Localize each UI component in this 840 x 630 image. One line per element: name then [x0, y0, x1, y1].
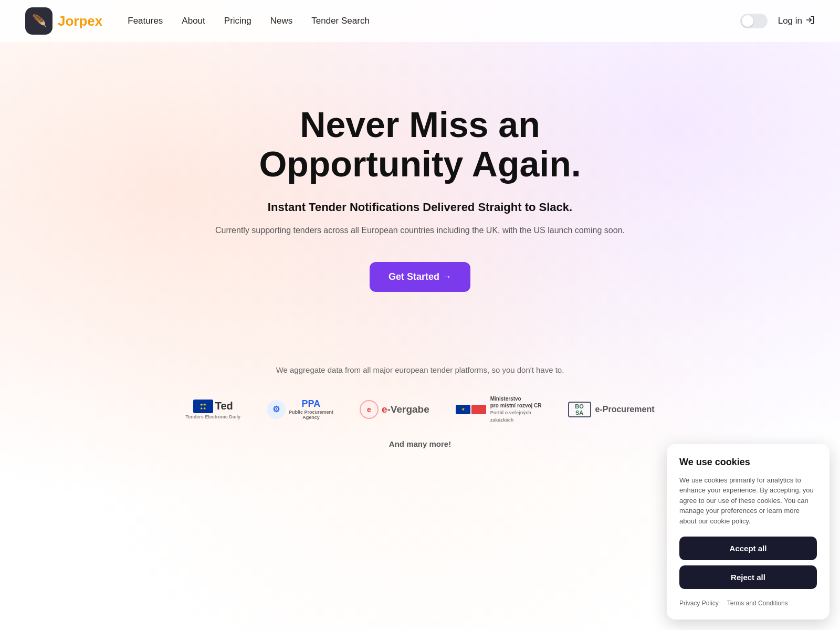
ministr-logo: ★ Ministerstvopro místní rozvoj CRPortál… [456, 395, 542, 423]
eprocurement-logo: BOSA e-Procurement [568, 402, 655, 417]
nav-about[interactable]: About [182, 16, 205, 26]
ppa-name: PPA [289, 398, 333, 410]
login-button[interactable]: Log in [778, 15, 815, 27]
accept-all-button[interactable]: Accept all [679, 537, 817, 560]
evergabe-logo: e e-Vergabe [360, 400, 429, 419]
logo-link[interactable]: 🪶 Jorpex [25, 7, 102, 35]
reject-all-button[interactable]: Reject all [679, 565, 817, 589]
nav-features[interactable]: Features [128, 16, 163, 26]
ppa-sub: Public ProcurementAgency [289, 410, 333, 420]
theme-toggle[interactable] [740, 14, 768, 28]
ted-text: Ted [215, 400, 233, 412]
cookie-footer: Privacy Policy Terms and Conditions [679, 600, 817, 607]
nav-links: Features About Pricing News Tender Searc… [128, 16, 740, 26]
terms-conditions-link[interactable]: Terms and Conditions [727, 600, 788, 607]
ted-subtitle: Tenders Electronic Daily [186, 414, 240, 419]
login-icon [805, 15, 815, 27]
nav-tender-search[interactable]: Tender Search [311, 16, 370, 26]
hero-description: Currently supporting tenders across all … [10, 224, 830, 237]
ppa-logo: ⚙ PPA Public ProcurementAgency [267, 398, 333, 420]
nav-right: Log in [740, 14, 815, 28]
login-label: Log in [778, 16, 802, 26]
logos-row: ★★★★ Ted Tenders Electronic Daily ⚙ PPA … [10, 395, 830, 423]
toggle-knob [742, 15, 753, 27]
nav-pricing[interactable]: Pricing [224, 16, 251, 26]
logo-icon: 🪶 [25, 7, 52, 35]
cookie-title: We use cookies [679, 457, 817, 468]
navbar: 🪶 Jorpex Features About Pricing News Ten… [0, 0, 840, 42]
brand-name: Jorpex [58, 13, 102, 29]
ministr-text: Ministerstvopro místní rozvoj CRPortál o… [490, 395, 542, 423]
nav-news[interactable]: News [270, 16, 293, 26]
hero-title: Never Miss an Opportunity Again. [210, 105, 630, 184]
hero-section: Never Miss an Opportunity Again. Instant… [0, 42, 840, 334]
hero-subtitle: Instant Tender Notifications Delivered S… [10, 201, 830, 214]
get-started-button[interactable]: Get Started → [370, 262, 470, 292]
privacy-policy-link[interactable]: Privacy Policy [679, 600, 719, 607]
logos-tagline: We aggregate data from all major europea… [10, 365, 830, 374]
eprocurement-text: e-Procurement [595, 405, 655, 414]
ted-logo: ★★★★ Ted Tenders Electronic Daily [186, 400, 240, 419]
evergabe-text: e-Vergabe [382, 404, 429, 415]
cookie-banner: We use cookies We use cookies primarily … [667, 444, 830, 620]
cookie-description: We use cookies primarily for analytics t… [679, 475, 817, 527]
